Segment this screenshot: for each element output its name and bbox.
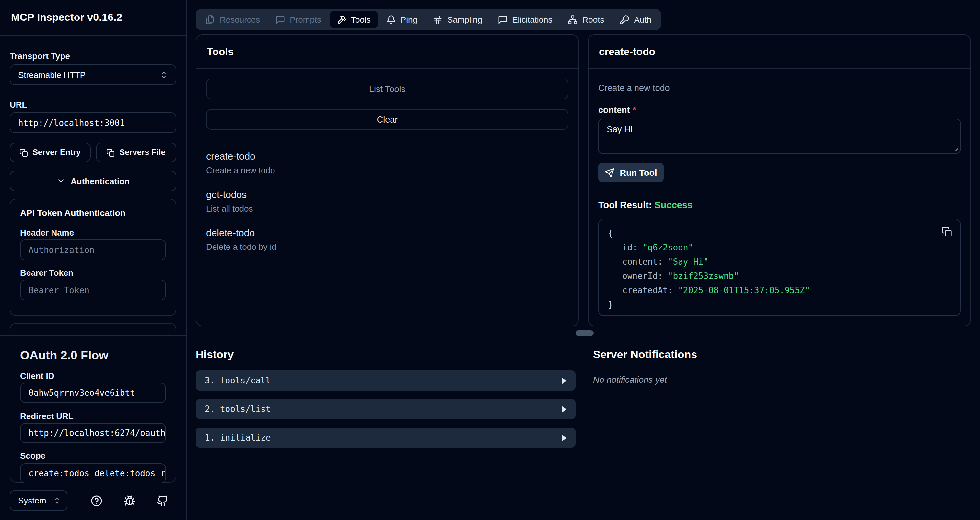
run-tool-button[interactable]: Run Tool xyxy=(598,163,664,182)
copy-icon[interactable] xyxy=(942,227,952,237)
servers-file-button[interactable]: Servers File xyxy=(95,143,176,162)
send-icon xyxy=(605,168,615,177)
history-row[interactable]: 3. tools/call xyxy=(196,370,576,391)
copy-icon xyxy=(19,148,28,157)
list-tools-button[interactable]: List Tools xyxy=(206,78,568,99)
json-value: "q6z2sodn" xyxy=(638,242,693,252)
url-value: http://localhost:3001 xyxy=(18,118,125,128)
expand-caret-icon xyxy=(562,377,566,384)
content-textarea[interactable]: Say Hi xyxy=(598,119,961,154)
tab-auth[interactable]: Auth xyxy=(613,11,659,28)
top-panes: Tools List Tools Clear create-todo Creat… xyxy=(187,30,980,326)
header-name-placeholder: Authorization xyxy=(29,245,95,255)
tool-result-label: Tool Result: Success xyxy=(598,200,961,210)
required-asterisk: * xyxy=(633,105,636,115)
result-status: Success xyxy=(654,200,692,210)
history-row-label: 3. tools/call xyxy=(205,376,271,385)
message-square-icon xyxy=(498,14,508,24)
oauth-flow-card: OAuth 2.0 Flow Client ID 0ahw5qrrnv3eo4v… xyxy=(10,341,176,483)
split-drag-handle[interactable] xyxy=(576,330,594,336)
tab-prompts[interactable]: Prompts xyxy=(268,11,328,28)
tools-pane-title: Tools xyxy=(196,35,578,69)
history-row-label: 2. tools/list xyxy=(205,404,271,414)
json-key: createdAt: xyxy=(622,286,673,295)
tab-label: Prompts xyxy=(290,14,321,24)
tab-ping[interactable]: Ping xyxy=(379,11,425,28)
url-label: URL xyxy=(10,100,176,110)
files-icon xyxy=(205,14,215,24)
json-key: ownerId: xyxy=(622,271,663,281)
tools-pane-body: List Tools Clear create-todo Create a ne… xyxy=(196,69,578,326)
theme-select[interactable]: System xyxy=(10,490,67,510)
tool-list-item[interactable]: create-todo Create a new todo xyxy=(206,150,568,175)
tab-roots[interactable]: Roots xyxy=(561,11,611,28)
json-field: content: "Say Hi" xyxy=(608,255,951,269)
tool-name: get-todos xyxy=(206,189,568,200)
bug-icon[interactable] xyxy=(124,495,135,506)
sidebar-bottom-section: OAuth 2.0 Flow Client ID 0ahw5qrrnv3eo4v… xyxy=(0,336,186,520)
scope-input[interactable]: create:todos delete:todos re xyxy=(20,463,166,483)
server-notifications-title: Server Notifications xyxy=(593,348,972,361)
tab-elicitations[interactable]: Elicitations xyxy=(491,11,559,28)
url-input[interactable]: http://localhost:3001 xyxy=(10,112,176,133)
client-id-label: Client ID xyxy=(20,371,166,381)
chevrons-up-down-icon xyxy=(159,70,168,79)
bearer-token-input[interactable]: Bearer Token xyxy=(20,280,166,300)
tool-description: Create a new todo xyxy=(598,83,961,93)
hammer-icon xyxy=(337,14,347,24)
tool-result-json: { id: "q6z2sodn" content: "Say Hi" owner… xyxy=(598,219,961,316)
tabbar-row: Resources Prompts Tools Ping Sampling xyxy=(187,0,980,30)
authentication-toggle-label: Authentication xyxy=(71,176,130,186)
footer-icons xyxy=(91,495,176,506)
run-tool-pane: create-todo Create a new todo content* S… xyxy=(588,34,971,326)
api-token-auth-card: API Token Authentication Header Name Aut… xyxy=(10,199,176,316)
header-name-input[interactable]: Authorization xyxy=(20,239,166,260)
transport-type-select[interactable]: Streamable HTTP xyxy=(10,64,176,85)
chevrons-up-down-icon xyxy=(53,497,61,504)
tool-list-item[interactable]: delete-todo Delete a todo by id xyxy=(206,227,568,252)
history-pane: History 3. tools/call 2. tools/list 1. i… xyxy=(187,340,585,520)
tab-label: Tools xyxy=(351,14,371,24)
tab-label: Ping xyxy=(401,14,417,24)
horizontal-split-divider xyxy=(187,326,980,340)
json-value: "Say Hi" xyxy=(663,257,708,266)
tab-label: Auth xyxy=(634,14,652,24)
bottom-panes: History 3. tools/call 2. tools/list 1. i… xyxy=(187,340,980,520)
history-row[interactable]: 1. initialize xyxy=(196,427,576,448)
authentication-toggle[interactable]: Authentication xyxy=(10,171,176,191)
history-row[interactable]: 2. tools/list xyxy=(196,399,576,419)
bell-icon xyxy=(386,14,396,24)
result-label-text: Tool Result: xyxy=(598,200,652,210)
export-buttons-row: Server Entry Servers File xyxy=(10,143,176,162)
tool-list-item[interactable]: get-todos List all todos xyxy=(206,189,568,214)
tab-resources[interactable]: Resources xyxy=(198,11,267,28)
json-close-brace: } xyxy=(608,298,951,312)
json-key: id: xyxy=(622,242,638,252)
mcp-inspector-app: MCP Inspector v0.16.2 Transport Type Str… xyxy=(0,0,980,520)
tab-sampling[interactable]: Sampling xyxy=(426,11,489,28)
tab-label: Roots xyxy=(582,14,605,24)
expand-caret-icon xyxy=(562,406,566,412)
redirect-url-input[interactable]: http://localhost:6274/oauth/ xyxy=(20,423,166,443)
json-field: id: "q6z2sodn" xyxy=(608,241,951,255)
tab-tools[interactable]: Tools xyxy=(329,11,378,28)
history-title: History xyxy=(196,348,576,361)
hash-icon xyxy=(433,14,443,24)
github-icon[interactable] xyxy=(157,495,169,506)
transport-type-value: Streamable HTTP xyxy=(18,70,86,80)
chevron-down-icon xyxy=(56,177,65,185)
clear-button[interactable]: Clear xyxy=(206,109,568,130)
theme-select-value: System xyxy=(18,496,46,506)
resize-handle[interactable] xyxy=(952,145,958,151)
help-icon[interactable] xyxy=(91,495,102,506)
client-id-input[interactable]: 0ahw5qrrnv3eo4ve6ibtt xyxy=(20,383,166,403)
sidebar-header: MCP Inspector v0.16.2 xyxy=(0,0,186,36)
header-name-label: Header Name xyxy=(20,228,166,238)
content-param-label: content* xyxy=(598,105,961,115)
sidebar-scroll-area[interactable]: Transport Type Streamable HTTP URL http:… xyxy=(0,36,186,336)
copy-icon xyxy=(107,148,115,157)
transport-type-label: Transport Type xyxy=(10,51,176,61)
tab-label: Sampling xyxy=(447,14,482,24)
bearer-token-placeholder: Bearer Token xyxy=(29,285,89,295)
server-entry-button[interactable]: Server Entry xyxy=(10,143,91,162)
